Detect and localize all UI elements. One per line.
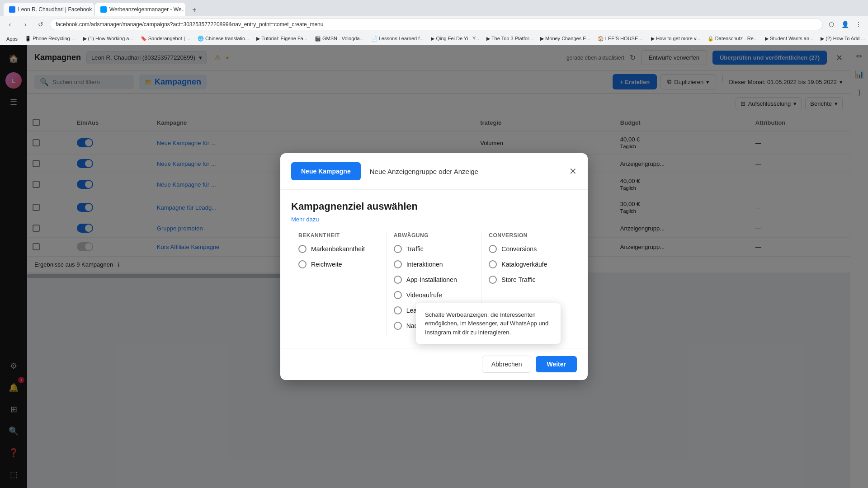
modal-close-button[interactable]: ✕ (569, 166, 577, 177)
column-title-2: Conversion (489, 232, 570, 239)
bookmark-10[interactable]: ▶ The Top 3 Platfor... (484, 35, 536, 42)
favicon-2 (100, 6, 107, 13)
bookmark-4[interactable]: 🔖 Sonderangebot | ... (138, 35, 193, 42)
bookmark-12[interactable]: 🏠 LEE'S HOUSE-... (595, 35, 646, 42)
bookmark-5[interactable]: 🌐 Chinese translatio... (195, 35, 252, 42)
radio-conversions (489, 245, 497, 253)
modal-header: Neue Kampagne Neue Anzeigengruppe oder A… (280, 153, 588, 190)
bookmark-13[interactable]: ▶ How to get more v... (648, 35, 703, 42)
radio-videoaufrufe (394, 291, 402, 299)
bookmark-apps[interactable]: Apps (4, 35, 20, 42)
tooltip-text: Schalte Werbeanzeigen, die Interessenten… (425, 311, 548, 336)
objective-katalogverkaufe[interactable]: Katalogverkäufe (489, 260, 570, 268)
bookmark-3[interactable]: ▶ (1) How Working a... (80, 35, 136, 42)
objective-interaktionen[interactable]: Interaktionen (394, 260, 474, 268)
radio-leadgenerierung (394, 306, 402, 314)
objective-store-traffic[interactable]: Store Traffic (489, 276, 570, 284)
tab-label-1: Leon R. Chaudhari | Facebook (18, 6, 92, 13)
bookmark-8[interactable]: 📄 Lessons Learned f... (368, 35, 427, 42)
browser-chrome: Leon R. Chaudhari | Facebook ✕ Werbeanze… (0, 0, 868, 33)
radio-katalogverkaufe (489, 260, 497, 268)
bookmark-15[interactable]: ▶ Student Wants an... (762, 35, 816, 42)
radio-markenbekanntheit (298, 245, 307, 253)
bookmark-14[interactable]: 🔒 Datenschutz - Re... (705, 35, 760, 42)
browser-tab-1[interactable]: Leon R. Chaudhari | Facebook ✕ (4, 3, 94, 16)
modal-title: Kampagnenziel auswählen (291, 201, 577, 212)
tab-label-2: Werbeanzeigenmanager - We... (109, 6, 185, 13)
extensions-icon[interactable]: ⬡ (826, 19, 837, 30)
back-button[interactable]: ‹ (4, 18, 16, 31)
objective-label-conversions: Conversions (501, 245, 537, 253)
address-bar[interactable]: facebook.com/adsmanager/manage/campaigns… (50, 19, 823, 30)
objective-markenbekanntheit[interactable]: Markenbekanntheit (298, 245, 379, 253)
browser-tab-2[interactable]: Werbeanzeigenmanager - We... ✕ (95, 3, 185, 16)
objective-label-app-installationen: App-Installationen (406, 276, 457, 283)
objective-label-videoaufrufe: Videoaufrufe (406, 291, 442, 299)
next-button[interactable]: Weiter (536, 356, 577, 372)
objective-label-markenbekanntheit: Markenbekanntheit (311, 245, 365, 253)
menu-icon[interactable]: ⋮ (853, 19, 864, 30)
objective-videoaufrufe[interactable]: Videoaufrufe (394, 291, 474, 299)
radio-app-installationen (394, 276, 402, 284)
radio-store-traffic (489, 276, 497, 284)
campaign-goal-modal: Neue Kampagne Neue Anzeigengruppe oder A… (280, 153, 588, 380)
modal-subtitle: Neue Anzeigengruppe oder Anzeige (370, 168, 478, 175)
column-title-0: Bekanntheit (298, 232, 379, 239)
objective-app-installationen[interactable]: App-Installationen (394, 276, 474, 284)
radio-traffic (394, 245, 402, 253)
favicon-1 (9, 6, 15, 13)
profile-icon[interactable]: 👤 (839, 19, 851, 30)
column-bekanntheit: Bekanntheit Markenbekanntheit Reichweite (291, 232, 387, 337)
bookmark-2[interactable]: 📱 Phone Recycling-... (22, 35, 78, 42)
objective-label-reichweite: Reichweite (311, 261, 342, 268)
reload-button[interactable]: ↺ (34, 18, 47, 31)
cancel-button[interactable]: Abbrechen (482, 356, 532, 373)
bookmarks-bar: Apps 📱 Phone Recycling-... ▶ (1) How Wor… (0, 33, 868, 45)
objective-label-interaktionen: Interaktionen (406, 261, 443, 268)
objective-label-katalogverkaufe: Katalogverkäufe (501, 261, 547, 268)
new-tab-button[interactable]: + (188, 4, 201, 16)
bookmark-9[interactable]: ▶ Qing Fei De Yi - Y... (428, 35, 482, 42)
bookmark-7[interactable]: 🎬 GMSN - Vologda... (312, 35, 367, 42)
tooltip-popup: Schalte Werbeanzeigen, die Interessenten… (416, 303, 561, 344)
bookmark-16[interactable]: ▶ (2) How To Add ... (818, 35, 868, 42)
objective-conversions[interactable]: Conversions (489, 245, 570, 253)
objective-label-store-traffic: Store Traffic (501, 276, 535, 283)
radio-nachrichten (394, 322, 402, 330)
radio-interaktionen (394, 260, 402, 268)
new-campaign-tab[interactable]: Neue Kampagne (291, 162, 361, 180)
column-title-1: Abwägung (394, 232, 474, 239)
address-text: facebook.com/adsmanager/manage/campaigns… (56, 21, 323, 28)
more-info-link[interactable]: Mehr dazu (291, 216, 319, 223)
forward-button[interactable]: › (19, 18, 32, 31)
radio-reichweite (298, 260, 307, 268)
objective-label-traffic: Traffic (406, 245, 424, 253)
modal-overlay: Neue Kampagne Neue Anzeigengruppe oder A… (0, 45, 868, 488)
bookmark-11[interactable]: ▶ Money Changes E... (538, 35, 593, 42)
objective-reichweite[interactable]: Reichweite (298, 260, 379, 268)
objective-traffic[interactable]: Traffic (394, 245, 474, 253)
bookmark-6[interactable]: ▶ Tutorial: Eigene Fa... (254, 35, 310, 42)
modal-footer: Abbrechen Weiter (280, 348, 588, 380)
